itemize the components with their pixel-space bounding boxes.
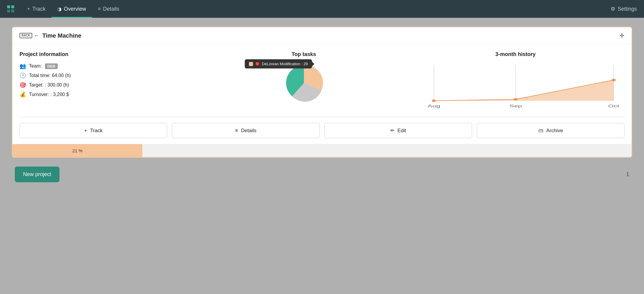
turnover-row: 💰 Turnover: : 3,200 $ (20, 91, 201, 98)
target-icon: 🎯 (20, 82, 26, 88)
archive-label: Archive (546, 128, 563, 134)
project-info-heading: Project information (20, 51, 201, 57)
total-time-row: 🕐 Total time: 64.00 (h) (20, 72, 201, 79)
nav-item-overview[interactable]: ◑ Overview (51, 0, 92, 18)
tooltip-color-swatch (249, 62, 253, 66)
target-label: Target: : 300.00 (h) (29, 82, 69, 88)
card-actions: + Track ≡ Details ✏ Edit 🗃 Archive (12, 117, 632, 144)
edit-label: Edit (397, 128, 406, 134)
money-icon: 💰 (20, 91, 26, 98)
track-button[interactable]: + Track (20, 123, 167, 138)
edit-button[interactable]: ✏ Edit (324, 123, 472, 138)
card-title: Time Machine (42, 32, 81, 39)
nav-label-track: Track (32, 6, 45, 12)
project-info-section: Project information 👥 Team: DEB 🕐 Total … (20, 51, 201, 101)
svg-point-5 (432, 100, 436, 102)
new-project-label: New project (23, 171, 51, 177)
top-tasks-section: Top tasks 🔴 DeLorean Modification : 29 (213, 51, 395, 104)
new-project-button[interactable]: New project (15, 167, 59, 182)
tooltip-text: DeLorean Modification : 29 (262, 62, 308, 66)
team-icon: 👥 (20, 63, 26, 69)
progress-fill: 21 % (12, 144, 142, 157)
arrow-left-icon: ← (34, 33, 39, 39)
settings-button[interactable]: ⚙ Settings (611, 6, 637, 12)
back-arrow-icon: BACK ← (20, 33, 39, 39)
top-tasks-heading: Top tasks (292, 51, 316, 57)
app-logo (7, 5, 14, 12)
nav-item-track[interactable]: + Track (21, 0, 51, 18)
archive-button[interactable]: 🗃 Archive (477, 123, 624, 138)
history-svg: Aug Sep Oct (407, 62, 625, 110)
card-body: Project information 👥 Team: DEB 🕐 Total … (12, 44, 632, 117)
list-icon: ≡ (98, 6, 101, 12)
back-button[interactable]: BACK ← Time Machine (20, 32, 81, 39)
svg-point-6 (513, 98, 518, 100)
team-row: 👥 Team: DEB (20, 63, 201, 69)
track-label: Track (90, 128, 103, 134)
settings-label: Settings (618, 6, 637, 12)
edit-icon: ✏ (390, 127, 395, 134)
nav-label-overview: Overview (64, 6, 86, 12)
target-row: 🎯 Target: : 300.00 (h) (20, 82, 201, 88)
page-number: 1 (626, 171, 629, 178)
svg-text:Aug: Aug (427, 104, 440, 108)
logo-dot (7, 9, 10, 12)
svg-point-7 (611, 79, 616, 81)
team-label: Team: (29, 63, 42, 69)
plus-icon: + (84, 128, 87, 134)
bottom-row: New project 1 (12, 167, 632, 182)
logo-dot (11, 9, 14, 12)
main-content: BACK ← Time Machine ✛ Project informatio… (0, 18, 644, 294)
nav-item-details[interactable]: ≡ Details (92, 0, 125, 18)
total-time-label: Total time: 64.00 (h) (29, 73, 71, 78)
plus-icon: + (27, 6, 30, 12)
history-section: 3-month history (407, 51, 625, 110)
card-header: BACK ← Time Machine ✛ (12, 27, 632, 44)
pie-tooltip: 🔴 DeLorean Modification : 29 (245, 59, 312, 68)
logo-dot (7, 5, 10, 8)
nav-label-details: Details (103, 6, 119, 12)
top-navigation: + Track ◑ Overview ≡ Details ⚙ Settings (0, 0, 644, 18)
details-label: Details (241, 128, 256, 134)
team-badge: DEB (45, 63, 58, 69)
list-icon: ≡ (235, 128, 238, 134)
pie-icon: ◑ (57, 6, 62, 12)
pie-chart: 🔴 DeLorean Modification : 29 (283, 62, 325, 104)
progress-label: 21 % (73, 148, 83, 153)
gear-icon: ⚙ (611, 6, 615, 12)
progress-bar-container: 21 % (12, 144, 632, 157)
tooltip-task-icon: 🔴 (255, 62, 260, 66)
history-heading: 3-month history (495, 51, 536, 57)
expand-icon[interactable]: ✛ (619, 32, 624, 39)
pie-svg (283, 62, 325, 104)
svg-text:Oct: Oct (608, 104, 619, 108)
project-card: BACK ← Time Machine ✛ Project informatio… (12, 27, 632, 158)
archive-icon: 🗃 (538, 128, 543, 134)
history-chart-area: Aug Sep Oct (407, 62, 625, 110)
turnover-label: Turnover: : 3,200 $ (29, 92, 69, 97)
clock-icon: 🕐 (20, 72, 26, 79)
svg-text:Sep: Sep (509, 104, 522, 108)
details-button[interactable]: ≡ Details (172, 123, 320, 138)
nav-items: + Track ◑ Overview ≡ Details (21, 0, 611, 18)
logo-dot (11, 5, 14, 8)
